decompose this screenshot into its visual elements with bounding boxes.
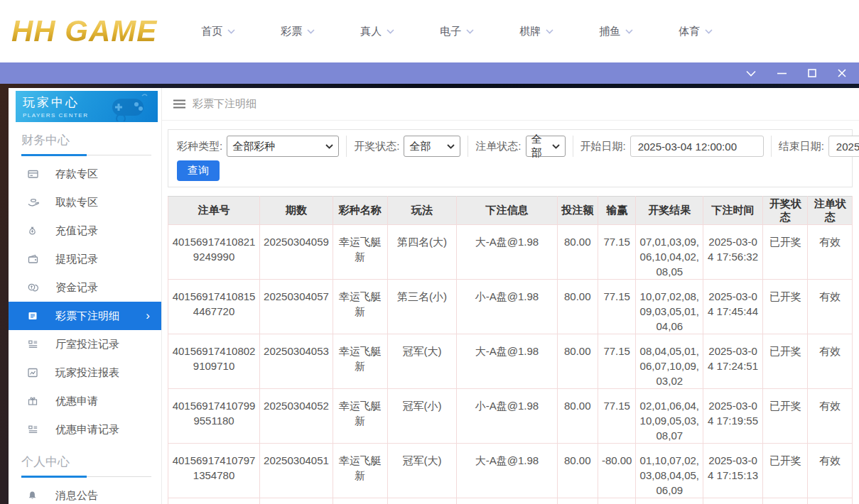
sidebar-item-label: 充值记录 xyxy=(55,224,98,238)
lottery-type-select[interactable]: 全部彩种 xyxy=(227,136,339,157)
table-cell: 08,04,05,01,06,07,10,09,03,02 xyxy=(636,334,703,389)
table-cell: 2025-03-04 17:19:55 xyxy=(703,389,763,444)
table-cell: 10,07,02,08,09,03,05,01,04,06 xyxy=(636,280,703,334)
nav-item-sports[interactable]: 体育 xyxy=(679,18,713,45)
chevron-down-icon xyxy=(625,29,633,34)
filter-row: 彩种类型: 全部彩种 开奖状态: 全部 xyxy=(177,136,843,157)
clipboard-icon xyxy=(27,424,40,435)
sidebar-item-label: 提现记录 xyxy=(55,253,98,266)
order-status-value: 全部 xyxy=(531,133,546,160)
column-header: 输赢 xyxy=(598,197,635,225)
table-cell: 80.00 xyxy=(557,444,598,498)
sidebar-item-label: 资金记录 xyxy=(55,281,98,295)
table-cell: 冠军(小) xyxy=(387,389,457,444)
table-cell xyxy=(703,498,763,504)
end-date-input[interactable] xyxy=(828,136,859,157)
start-date-input[interactable] xyxy=(630,136,764,157)
window-maximize-icon[interactable] xyxy=(808,69,816,77)
chevron-right-icon: › xyxy=(146,309,150,323)
filter-panel: 彩种类型: 全部彩种 开奖状态: 全部 xyxy=(168,129,853,187)
sidebar-item-label: 存款专区 xyxy=(55,168,98,181)
sidebar-item-hall-bet-records[interactable]: 厅室投注记录 xyxy=(9,330,161,358)
sidebar-item-funds-records[interactable]: 资金记录 xyxy=(9,273,161,302)
sidebar-item-withdraw-zone[interactable]: 取款专区 xyxy=(9,188,161,217)
nav-item-home[interactable]: 首页 xyxy=(201,18,235,45)
chevron-down-icon xyxy=(227,29,235,34)
table-cell xyxy=(598,498,635,504)
filter-lottery-type: 彩种类型: 全部彩种 xyxy=(177,136,339,157)
filter-end-date: 结束日期: xyxy=(771,136,859,157)
chevron-down-icon xyxy=(466,29,474,34)
search-button[interactable]: 查询 xyxy=(177,160,220,181)
gift-icon xyxy=(27,395,40,407)
column-header: 彩种名称 xyxy=(333,197,387,225)
player-center-modal: 玩家中心 PLAYERS CENTER xyxy=(9,88,859,504)
sidebar-item-promo-apply[interactable]: 优惠申请 xyxy=(9,387,161,415)
table-cell: 77.15 xyxy=(598,389,635,444)
nav-item-slots[interactable]: 电子 xyxy=(440,18,474,45)
filter-start-date: 开始日期: xyxy=(573,136,764,157)
window-titlebar xyxy=(0,62,859,84)
nav-item-chess[interactable]: 棋牌 xyxy=(519,18,553,45)
order-status-select[interactable]: 全部 xyxy=(526,136,566,157)
sidebar-items: 存款专区取款专区充值记录提现记录资金记录彩票下注明细›厅室投注记录玩家投注报表优… xyxy=(9,160,161,444)
table-cell: 幸运飞艇新 xyxy=(333,225,387,280)
hand-icon xyxy=(27,197,40,208)
sidebar-item-recharge-records[interactable]: 充值记录 xyxy=(9,217,161,245)
table-cell: 77.15 xyxy=(598,334,635,389)
sidebar-item-lottery-bet-details[interactable]: 彩票下注明细› xyxy=(9,302,161,330)
table-cell: 2025-03-04 17:15:13 xyxy=(703,444,763,498)
table-cell: 大-A盘@1.98 xyxy=(457,334,557,389)
card-icon xyxy=(27,168,40,180)
window-close-icon[interactable] xyxy=(838,69,846,77)
table-cell xyxy=(333,498,387,504)
table-cell xyxy=(168,498,260,504)
order-status-label: 注单状态: xyxy=(475,140,521,153)
table-cell: 77.15 xyxy=(598,280,635,334)
table-cell: 20250304059 xyxy=(260,225,333,280)
column-header: 开奖状态 xyxy=(762,197,808,225)
chevron-down-icon xyxy=(387,29,394,34)
sidebar-item-promo-apply-records[interactable]: 优惠申请记录 xyxy=(9,415,161,444)
table-cell xyxy=(557,498,598,504)
chevron-down-icon xyxy=(552,144,560,149)
table-cell: 冠军(大) xyxy=(387,444,457,498)
chevron-down-icon xyxy=(546,29,553,34)
player-center-header: 玩家中心 PLAYERS CENTER xyxy=(16,91,158,122)
bell-icon xyxy=(27,490,40,501)
main-panel: 彩票下注明细 彩种类型: 全部彩种 xyxy=(162,88,859,504)
table-cell: 有效 xyxy=(808,444,853,498)
draw-status-select[interactable]: 全部 xyxy=(404,136,460,157)
site-logo[interactable]: HH GAME xyxy=(11,14,164,48)
table-cell: 80.00 xyxy=(557,389,598,444)
sidebar-item-withdrawal-records[interactable]: 提现记录 xyxy=(9,245,161,273)
menu-icon[interactable] xyxy=(173,99,185,109)
chevron-down-icon xyxy=(325,144,333,149)
nav-item-live[interactable]: 真人 xyxy=(360,18,394,45)
sidebar-item-deposit-zone[interactable]: 存款专区 xyxy=(9,160,161,188)
sidebar-item-label: 消息公告 xyxy=(55,489,98,503)
table-cell: 已开奖 xyxy=(762,225,808,280)
table-cell: 有效 xyxy=(808,225,853,280)
table-cell: 2025-03-04 17:56:32 xyxy=(703,225,763,280)
chevron-down-icon xyxy=(447,144,455,149)
nav-item-lottery[interactable]: 彩票 xyxy=(281,18,315,45)
sidebar-item-message-announcements[interactable]: 消息公告 xyxy=(9,481,161,504)
table-cell: 幸运飞艇新 xyxy=(333,389,387,444)
lottery-type-value: 全部彩种 xyxy=(232,140,275,153)
column-header: 注单号 xyxy=(168,197,260,225)
table-cell: 有效 xyxy=(808,334,853,389)
sidebar-item-label: 取款专区 xyxy=(55,196,98,209)
table-row-partial xyxy=(168,498,853,504)
sidebar-item-player-bet-report[interactable]: 玩家投注报表 xyxy=(9,358,161,387)
nav-item-fishing[interactable]: 捕鱼 xyxy=(599,18,633,45)
moneybag-icon xyxy=(27,225,40,236)
sidebar-item-label: 厅室投注记录 xyxy=(55,338,119,351)
window-minimize-icon[interactable] xyxy=(777,72,787,75)
page-title: 彩票下注明细 xyxy=(193,97,256,111)
table-cell: 80.00 xyxy=(557,280,598,334)
chart-icon xyxy=(27,367,40,378)
window-dropdown-icon[interactable] xyxy=(746,70,756,77)
table-cell: 幸运飞艇新 xyxy=(333,280,387,334)
nav-item-label: 电子 xyxy=(440,25,461,38)
